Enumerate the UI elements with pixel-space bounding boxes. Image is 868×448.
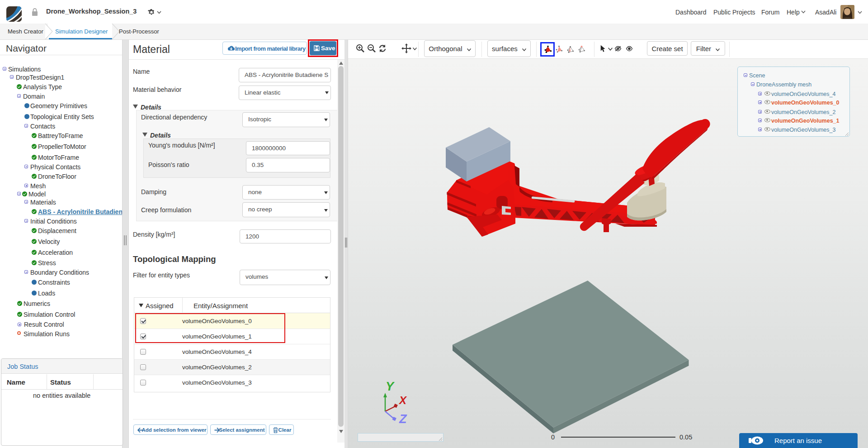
svg-text:Z: Z xyxy=(399,412,407,426)
svg-text:Y: Y xyxy=(386,380,395,393)
svg-text:X: X xyxy=(398,394,407,406)
